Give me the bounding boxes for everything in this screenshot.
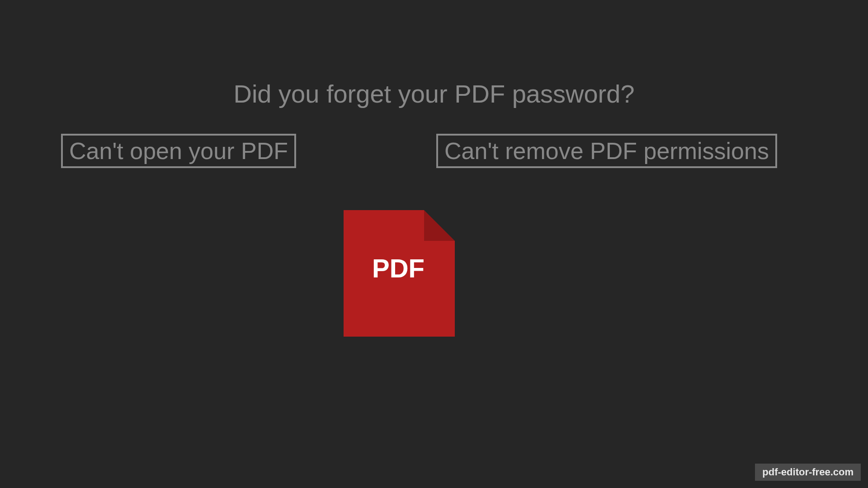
footer-brand-label: pdf-editor-free.com <box>755 464 861 481</box>
pdf-file-icon: PDF <box>344 210 470 343</box>
box-cant-open: Can't open your PDF <box>61 134 296 168</box>
box-cant-remove-permissions: Can't remove PDF permissions <box>436 134 777 168</box>
page-heading: Did you forget your PDF password? <box>233 79 634 108</box>
pdf-icon-label: PDF <box>344 253 453 283</box>
box-right-label: Can't remove PDF permissions <box>444 138 769 164</box>
box-left-label: Can't open your PDF <box>69 138 288 164</box>
